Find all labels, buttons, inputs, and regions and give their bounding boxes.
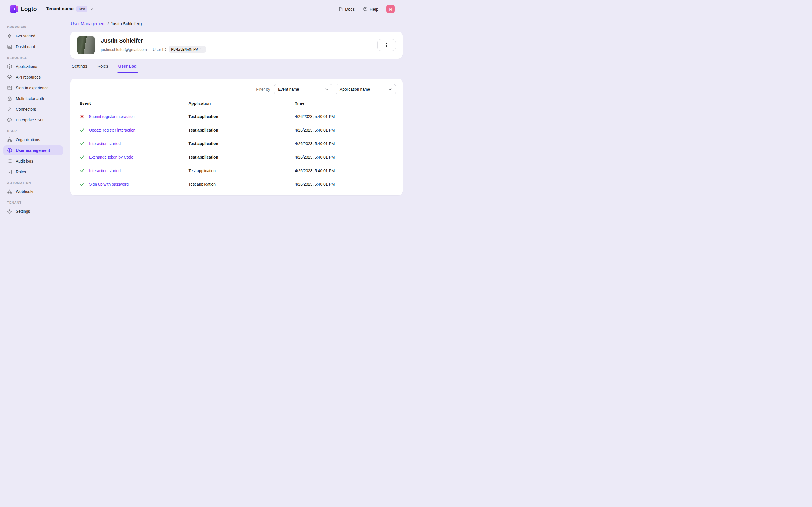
sidebar-item-user-management[interactable]: User management bbox=[3, 145, 63, 156]
log-table-row: Interaction startedTest application4/26/… bbox=[77, 137, 396, 151]
event-link[interactable]: Sign up with password bbox=[89, 182, 129, 186]
event-cell: Submit register interaction bbox=[77, 110, 186, 123]
sidebar-item-settings[interactable]: Settings bbox=[3, 206, 63, 216]
tab-user-log[interactable]: User Log bbox=[118, 62, 137, 73]
topbar: Logto Tenant name Dev Docs Help й bbox=[0, 0, 406, 18]
time-cell: 4/26/2023, 5:40:01 PM bbox=[293, 177, 396, 191]
sidebar-item-dashboard[interactable]: Dashboard bbox=[3, 42, 63, 52]
sidebar-item-organizations[interactable]: Organizations bbox=[3, 135, 63, 145]
application-cell: Test application bbox=[186, 123, 292, 137]
more-actions-button[interactable] bbox=[377, 39, 396, 51]
sidebar-item-api-resources[interactable]: API resources bbox=[3, 72, 63, 82]
user-meta-row: justinschleifer@gmail.com User ID RUMatE… bbox=[101, 46, 206, 53]
sidebar-item-roles[interactable]: Roles bbox=[3, 167, 63, 177]
document-icon bbox=[338, 7, 343, 11]
sidebar-item-connectors[interactable]: Connectors bbox=[3, 104, 63, 114]
column-header-application: Application bbox=[186, 98, 292, 110]
user-log-table: Event Application Time Submit register i… bbox=[77, 98, 396, 191]
event-link[interactable]: Update register interaction bbox=[89, 128, 135, 132]
application-cell: Test application bbox=[186, 177, 292, 191]
sidebar-item-get-started[interactable]: Get started bbox=[3, 31, 63, 41]
log-table-header-row: Event Application Time bbox=[77, 98, 396, 110]
breadcrumb-user-management-link[interactable]: User Management bbox=[71, 21, 105, 26]
connectors-icon bbox=[7, 107, 12, 112]
sidebar-item-sign-in-experience[interactable]: Sign-in experience bbox=[3, 83, 63, 93]
sidebar-item-label: Multi-factor auth bbox=[16, 96, 44, 101]
webhook-icon bbox=[7, 189, 12, 194]
docs-label: Docs bbox=[345, 7, 355, 11]
sidebar-section-label: USER bbox=[7, 129, 63, 133]
logto-logo-icon bbox=[10, 5, 18, 13]
user-icon bbox=[7, 148, 12, 153]
event-cell: Interaction started bbox=[77, 137, 186, 151]
roles-icon bbox=[7, 169, 12, 175]
event-link[interactable]: Exchange token by Code bbox=[89, 155, 133, 159]
user-avatar-button[interactable]: й bbox=[386, 5, 395, 13]
sidebar-item-label: Applications bbox=[16, 64, 37, 69]
sidebar-item-label: Enterprise SSO bbox=[16, 118, 43, 122]
sidebar-item-label: API resources bbox=[16, 75, 41, 79]
dashboard-icon bbox=[7, 44, 12, 50]
logto-logo[interactable]: Logto bbox=[10, 5, 37, 13]
application-cell: Test application bbox=[186, 110, 292, 123]
tab-settings[interactable]: Settings bbox=[72, 62, 87, 73]
application-cell: Test application bbox=[186, 137, 292, 151]
chevron-down-icon bbox=[325, 87, 329, 91]
time-cell: 4/26/2023, 5:40:01 PM bbox=[293, 123, 396, 137]
event-name-filter-select[interactable]: Event name bbox=[274, 84, 333, 94]
event-link[interactable]: Interaction started bbox=[89, 142, 121, 146]
user-header-card: Justin Schleifer justinschleifer@gmail.c… bbox=[70, 32, 403, 59]
event-link[interactable]: Submit register interaction bbox=[89, 114, 135, 119]
bolt-icon bbox=[7, 33, 12, 39]
help-button[interactable]: Help bbox=[360, 5, 380, 13]
application-cell: Test application bbox=[186, 151, 292, 164]
application-name-filter-value: Application name bbox=[340, 87, 370, 92]
copy-icon[interactable] bbox=[200, 48, 204, 52]
column-header-event: Event bbox=[77, 98, 186, 110]
event-cell: Sign up with password bbox=[77, 177, 186, 191]
event-link[interactable]: Interaction started bbox=[89, 168, 121, 173]
user-name: Justin Schleifer bbox=[101, 38, 206, 44]
sidebar-item-label: Sign-in experience bbox=[16, 86, 49, 90]
tab-bar: SettingsRolesUser Log bbox=[70, 62, 403, 73]
event-cell: Interaction started bbox=[77, 164, 186, 177]
cube-icon bbox=[7, 64, 12, 69]
event-name-filter-value: Event name bbox=[278, 87, 299, 92]
tenant-selector[interactable]: Tenant name Dev bbox=[46, 6, 94, 12]
breadcrumb-current: Justin Schleiferg bbox=[111, 21, 142, 26]
failure-x-icon bbox=[80, 114, 85, 119]
org-icon bbox=[7, 137, 12, 143]
success-check-icon bbox=[80, 141, 85, 146]
docs-button[interactable]: Docs bbox=[336, 5, 357, 13]
user-id-chip[interactable]: RUMatENw0rFW bbox=[169, 46, 206, 53]
sidebar-item-label: Webhooks bbox=[16, 189, 35, 194]
sidebar-item-label: Organizations bbox=[16, 137, 40, 142]
sidebar-item-enterprise-sso[interactable]: Enterprise SSO bbox=[3, 115, 63, 125]
application-cell: Test application bbox=[186, 164, 292, 177]
log-table-row: Interaction startedTest application4/26/… bbox=[77, 164, 396, 177]
time-cell: 4/26/2023, 5:40:01 PM bbox=[293, 151, 396, 164]
chevron-down-icon bbox=[388, 87, 392, 91]
breadcrumb-separator: / bbox=[107, 21, 109, 26]
sidebar-item-label: Get started bbox=[16, 34, 35, 38]
topbar-divider bbox=[41, 6, 42, 12]
sidebar: OVERVIEWGet startedDashboardRESOURCEAppl… bbox=[0, 18, 66, 253]
lock-icon bbox=[7, 96, 12, 101]
sidebar-item-label: User management bbox=[16, 148, 50, 153]
time-cell: 4/26/2023, 5:40:01 PM bbox=[293, 137, 396, 151]
sidebar-item-label: Settings bbox=[16, 209, 30, 214]
brand-name: Logto bbox=[20, 6, 37, 12]
sidebar-item-label: Dashboard bbox=[16, 45, 35, 49]
success-check-icon bbox=[80, 154, 85, 160]
tab-roles[interactable]: Roles bbox=[97, 62, 108, 73]
log-table-row: Exchange token by CodeTest application4/… bbox=[77, 151, 396, 164]
sidebar-item-audit-logs[interactable]: Audit logs bbox=[3, 156, 63, 166]
sidebar-item-applications[interactable]: Applications bbox=[3, 61, 63, 71]
sidebar-item-label: Audit logs bbox=[16, 159, 33, 163]
sidebar-item-label: Roles bbox=[16, 170, 26, 174]
sidebar-item-webhooks[interactable]: Webhooks bbox=[3, 186, 63, 196]
browser-icon bbox=[7, 85, 12, 91]
log-table-row: Update register interactionTest applicat… bbox=[77, 123, 396, 137]
sidebar-item-multi-factor-auth[interactable]: Multi-factor auth bbox=[3, 94, 63, 104]
application-name-filter-select[interactable]: Application name bbox=[336, 84, 396, 94]
